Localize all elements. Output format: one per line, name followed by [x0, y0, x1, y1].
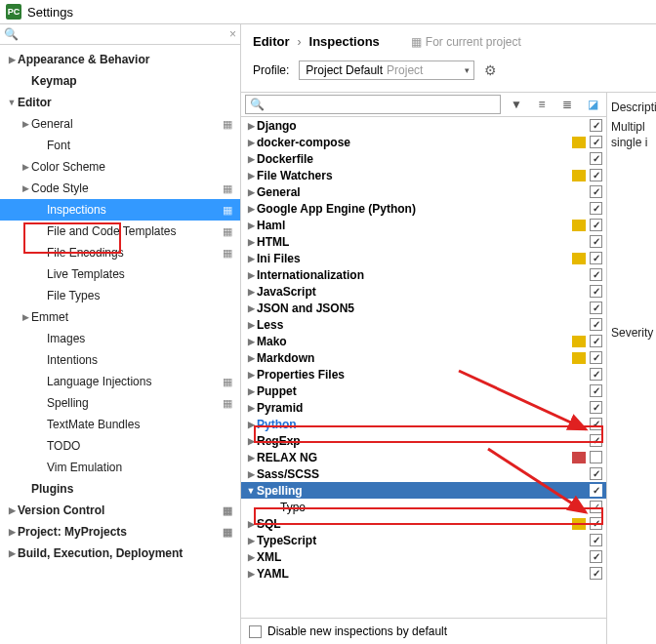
inspection-row-file-watchers[interactable]: ▶File Watchers✓ — [241, 167, 606, 183]
inspection-checkbox[interactable]: ✓ — [590, 302, 602, 314]
inspection-checkbox[interactable]: ✓ — [590, 501, 602, 513]
profile-value: Project Default — [306, 63, 383, 77]
inspection-checkbox[interactable]: ✓ — [590, 136, 602, 148]
inspection-checkbox[interactable]: ✓ — [590, 368, 602, 381]
collapse-all-icon[interactable]: ≣ — [557, 95, 577, 114]
tree-item-file-encodings[interactable]: File Encodings▦ — [0, 242, 240, 263]
tree-item-plugins[interactable]: Plugins — [0, 478, 240, 500]
inspection-checkbox[interactable]: ✓ — [590, 152, 602, 165]
gear-icon[interactable]: ⚙ — [484, 62, 497, 78]
inspection-row-ini-files[interactable]: ▶Ini Files✓ — [241, 250, 606, 266]
inspection-row-internationalization[interactable]: ▶Internationalization✓ — [241, 266, 606, 283]
inspection-row-sass-scss[interactable]: ▶Sass/SCSS✓ — [241, 465, 606, 482]
tree-item-build-execution-deployment[interactable]: ▶Build, Execution, Deployment — [0, 543, 240, 564]
inspection-checkbox[interactable]: ✓ — [590, 252, 602, 264]
inspection-row-typescript[interactable]: ▶TypeScript✓ — [241, 532, 606, 548]
tree-item-project-myprojects[interactable]: ▶Project: MyProjects▦ — [0, 521, 240, 543]
tree-item-emmet[interactable]: ▶Emmet — [0, 306, 240, 328]
inspection-row-mako[interactable]: ▶Mako✓ — [241, 333, 606, 349]
inspection-row-relax-ng[interactable]: ▶RELAX NG — [241, 449, 606, 465]
tree-item-images[interactable]: Images — [0, 328, 240, 349]
inspection-label: Less — [257, 318, 572, 332]
inspection-checkbox[interactable]: ✓ — [590, 401, 602, 414]
inspection-row-google-app-engine-python-[interactable]: ▶Google App Engine (Python)✓ — [241, 200, 606, 217]
profile-select[interactable]: Project Default Project ▾ — [299, 60, 474, 80]
settings-search-input[interactable] — [22, 27, 229, 41]
inspection-checkbox[interactable]: ✓ — [590, 318, 602, 331]
inspection-checkbox[interactable]: ✓ — [590, 467, 602, 480]
breadcrumb-editor[interactable]: Editor — [253, 34, 290, 49]
inspection-checkbox[interactable]: ✓ — [590, 169, 602, 181]
inspection-row-yaml[interactable]: ▶YAML✓ — [241, 565, 606, 582]
inspection-row-less[interactable]: ▶Less✓ — [241, 316, 606, 333]
filter-icon[interactable]: ▼ — [507, 95, 526, 114]
chevron-right-icon: ▶ — [245, 138, 257, 147]
inspection-row-spelling[interactable]: ▼Spelling✓ — [241, 482, 606, 499]
tree-item-file-and-code-templates[interactable]: File and Code Templates▦ — [0, 221, 240, 242]
inspection-checkbox[interactable]: ✓ — [590, 534, 602, 546]
inspection-row-docker-compose[interactable]: ▶docker-compose✓ — [241, 134, 606, 150]
inspection-row-haml[interactable]: ▶Haml✓ — [241, 217, 606, 233]
inspections-search[interactable]: 🔍 — [245, 95, 501, 114]
inspections-search-input[interactable] — [268, 98, 496, 111]
inspection-checkbox[interactable] — [590, 451, 602, 463]
inspection-row-html[interactable]: ▶HTML✓ — [241, 233, 606, 250]
tree-item-font[interactable]: Font — [0, 135, 240, 156]
inspection-checkbox[interactable]: ✓ — [590, 268, 602, 281]
tree-item-file-types[interactable]: File Types — [0, 285, 240, 306]
inspection-row-json-and-json5[interactable]: ▶JSON and JSON5✓ — [241, 300, 606, 316]
disable-new-row[interactable]: Disable new inspections by default — [241, 618, 606, 644]
tree-item-editor[interactable]: ▼Editor — [0, 92, 240, 113]
tree-item-intentions[interactable]: Intentions — [0, 349, 240, 371]
inspection-checkbox[interactable]: ✓ — [590, 567, 602, 580]
tree-item-vim-emulation[interactable]: Vim Emulation — [0, 457, 240, 478]
inspection-checkbox[interactable]: ✓ — [590, 235, 602, 248]
inspection-checkbox[interactable]: ✓ — [590, 434, 602, 447]
inspection-row-typo[interactable]: Typo✓ — [241, 499, 606, 515]
inspection-checkbox[interactable]: ✓ — [590, 351, 602, 364]
inspection-checkbox[interactable]: ✓ — [590, 119, 602, 132]
settings-search[interactable]: 🔍 × — [0, 24, 240, 45]
tree-item-inspections[interactable]: Inspections▦ — [0, 199, 240, 221]
clear-search-icon[interactable]: × — [229, 27, 236, 41]
inspection-row-sql[interactable]: ▶SQL✓ — [241, 515, 606, 532]
inspection-label: Puppet — [257, 384, 572, 398]
inspection-row-markdown[interactable]: ▶Markdown✓ — [241, 349, 606, 366]
inspection-checkbox[interactable]: ✓ — [590, 384, 602, 397]
tree-item-textmate-bundles[interactable]: TextMate Bundles — [0, 414, 240, 435]
inspection-row-pyramid[interactable]: ▶Pyramid✓ — [241, 399, 606, 416]
inspection-row-properties-files[interactable]: ▶Properties Files✓ — [241, 366, 606, 382]
tree-item-keymap[interactable]: Keymap — [0, 70, 240, 92]
inspection-list[interactable]: ▶Django✓▶docker-compose✓▶Dockerfile✓▶Fil… — [241, 117, 606, 618]
inspection-checkbox[interactable]: ✓ — [590, 219, 602, 231]
inspection-checkbox[interactable]: ✓ — [590, 550, 602, 563]
tree-item-language-injections[interactable]: Language Injections▦ — [0, 371, 240, 392]
inspection-checkbox[interactable]: ✓ — [590, 517, 602, 530]
tree-item-spelling[interactable]: Spelling▦ — [0, 392, 240, 414]
inspection-row-dockerfile[interactable]: ▶Dockerfile✓ — [241, 150, 606, 167]
inspection-row-python[interactable]: ▶Python✓ — [241, 416, 606, 432]
tree-item-live-templates[interactable]: Live Templates — [0, 263, 240, 285]
inspection-row-puppet[interactable]: ▶Puppet✓ — [241, 382, 606, 399]
inspection-checkbox[interactable]: ✓ — [590, 285, 602, 298]
inspection-row-javascript[interactable]: ▶JavaScript✓ — [241, 283, 606, 300]
tree-item-code-style[interactable]: ▶Code Style▦ — [0, 178, 240, 199]
inspection-checkbox[interactable]: ✓ — [590, 484, 602, 497]
inspection-checkbox[interactable]: ✓ — [590, 335, 602, 347]
tree-item-todo[interactable]: TODO — [0, 435, 240, 457]
reset-icon[interactable]: ◪ — [583, 95, 602, 114]
tree-item-color-scheme[interactable]: ▶Color Scheme — [0, 156, 240, 178]
tree-item-version-control[interactable]: ▶Version Control▦ — [0, 500, 240, 521]
inspection-checkbox[interactable]: ✓ — [590, 418, 602, 430]
tree-item-general[interactable]: ▶General▦ — [0, 113, 240, 135]
inspection-checkbox[interactable]: ✓ — [590, 202, 602, 215]
inspection-row-general[interactable]: ▶General✓ — [241, 183, 606, 200]
expand-all-icon[interactable]: ≡ — [532, 95, 552, 114]
settings-tree[interactable]: ▶Appearance & BehaviorKeymap▼Editor▶Gene… — [0, 45, 240, 644]
inspection-row-xml[interactable]: ▶XML✓ — [241, 548, 606, 565]
tree-item-appearance-behavior[interactable]: ▶Appearance & Behavior — [0, 49, 240, 70]
inspection-row-regexp[interactable]: ▶RegExp✓ — [241, 432, 606, 449]
inspection-row-django[interactable]: ▶Django✓ — [241, 117, 606, 134]
inspection-checkbox[interactable]: ✓ — [590, 185, 602, 198]
disable-new-checkbox[interactable] — [249, 625, 262, 638]
